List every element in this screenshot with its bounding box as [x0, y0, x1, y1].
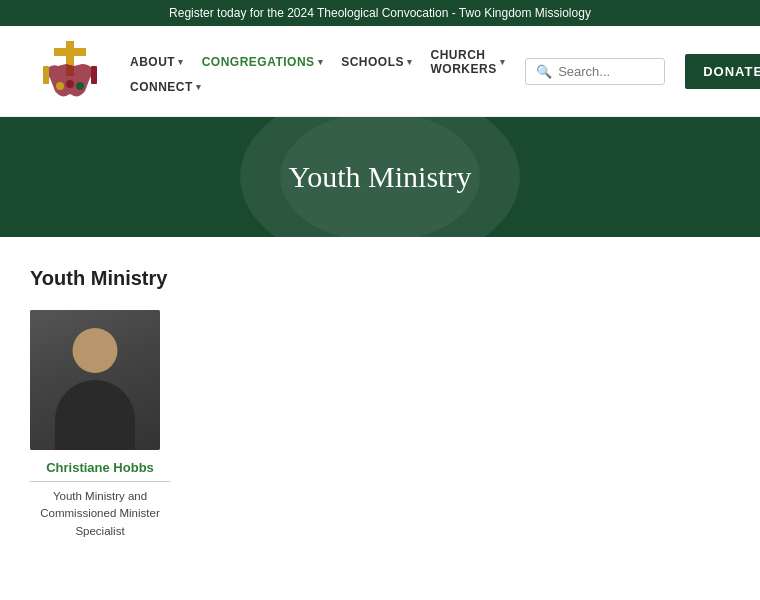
- svg-point-4: [76, 82, 84, 90]
- staff-grid: Christiane Hobbs Youth Ministry and Comm…: [30, 310, 730, 540]
- chevron-down-icon: ▾: [318, 57, 324, 67]
- search-input[interactable]: [558, 64, 658, 79]
- hero-section: Youth Ministry: [0, 117, 760, 237]
- svg-point-3: [66, 80, 74, 88]
- banner-text: Register today for the 2024 Theological …: [169, 6, 591, 20]
- chevron-down-icon: ▾: [500, 57, 506, 67]
- nav-connect[interactable]: CONNECT ▾: [130, 80, 201, 94]
- main-content: Youth Ministry Christiane Hobbs Youth Mi…: [0, 237, 760, 570]
- svg-point-2: [56, 82, 64, 90]
- chevron-down-icon: ▾: [178, 57, 184, 67]
- donate-button[interactable]: DONATE: [685, 54, 760, 89]
- svg-rect-1: [54, 48, 86, 56]
- staff-card: Christiane Hobbs Youth Ministry and Comm…: [30, 310, 170, 540]
- staff-photo-bg: [30, 310, 160, 450]
- header: ABOUT ▾ CONGREGATIONS ▾ SCHOOLS ▾ CHURCH…: [0, 26, 760, 117]
- chevron-down-icon: ▾: [196, 82, 202, 92]
- logo[interactable]: [30, 36, 110, 106]
- nav-church-workers[interactable]: CHURCH WORKERS ▾: [430, 48, 505, 76]
- svg-rect-5: [43, 66, 49, 84]
- main-nav: ABOUT ▾ CONGREGATIONS ▾ SCHOOLS ▾ CHURCH…: [130, 48, 505, 94]
- staff-title: Youth Ministry and Commissioned Minister…: [30, 488, 170, 540]
- hero-title: Youth Ministry: [289, 160, 472, 194]
- svg-rect-6: [91, 66, 97, 84]
- staff-name[interactable]: Christiane Hobbs: [30, 460, 170, 475]
- logo-svg: [30, 36, 110, 106]
- staff-divider: [30, 481, 170, 482]
- nav-row-bottom: CONNECT ▾: [130, 80, 505, 94]
- nav-row-top: ABOUT ▾ CONGREGATIONS ▾ SCHOOLS ▾ CHURCH…: [130, 48, 505, 76]
- nav-schools[interactable]: SCHOOLS ▾: [341, 55, 412, 69]
- top-banner: Register today for the 2024 Theological …: [0, 0, 760, 26]
- nav-congregations[interactable]: CONGREGATIONS ▾: [202, 55, 323, 69]
- search-icon: 🔍: [536, 64, 552, 79]
- staff-photo: [30, 310, 160, 450]
- chevron-down-icon: ▾: [407, 57, 413, 67]
- section-title: Youth Ministry: [30, 267, 730, 290]
- nav-about[interactable]: ABOUT ▾: [130, 55, 184, 69]
- search-bar[interactable]: 🔍: [525, 58, 665, 85]
